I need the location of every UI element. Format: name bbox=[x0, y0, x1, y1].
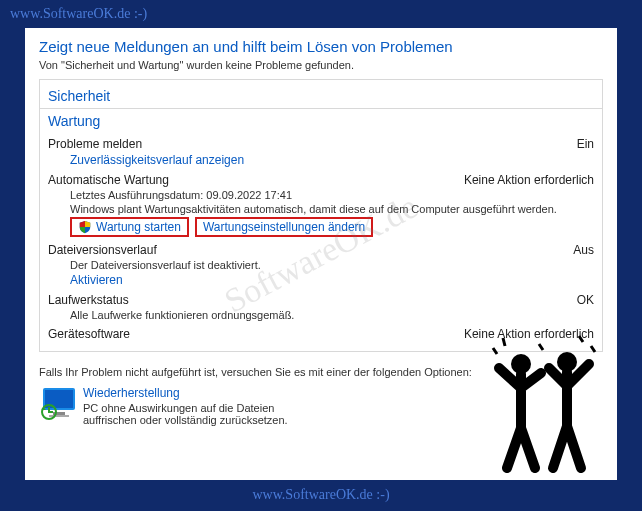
auto-maint-label: Automatische Wartung bbox=[48, 173, 169, 187]
device-software-status: Keine Aktion erforderlich bbox=[464, 327, 594, 341]
problems-row: Probleme melden Ein bbox=[48, 137, 594, 151]
maintenance-settings-button[interactable]: Wartungseinstellungen ändern bbox=[195, 217, 373, 237]
auto-maint-desc: Windows plant Wartungsaktivitäten automa… bbox=[70, 203, 594, 215]
security-section-header[interactable]: Sicherheit bbox=[48, 86, 594, 106]
file-history-activate-link[interactable]: Aktivieren bbox=[70, 273, 123, 287]
auto-maint-status: Keine Aktion erforderlich bbox=[464, 173, 594, 187]
page-title: Zeigt neue Meldungen an und hilft beim L… bbox=[39, 38, 603, 55]
drive-status-desc: Alle Laufwerke funktionieren ordnungsgem… bbox=[70, 309, 594, 321]
recovery-row: Wiederherstellung PC ohne Auswirkungen a… bbox=[39, 386, 603, 429]
file-history-status: Aus bbox=[573, 243, 594, 257]
device-software-label: Gerätesoftware bbox=[48, 327, 130, 341]
file-history-row: Dateiversionsverlauf Aus bbox=[48, 243, 594, 257]
footer-text: Falls Ihr Problem nicht aufgeführt ist, … bbox=[39, 366, 603, 378]
maintenance-section-header[interactable]: Wartung bbox=[48, 111, 594, 131]
uac-shield-icon bbox=[78, 220, 92, 234]
drive-status-label: Laufwerkstatus bbox=[48, 293, 129, 307]
file-history-label: Dateiversionsverlauf bbox=[48, 243, 157, 257]
recovery-monitor-icon bbox=[39, 386, 83, 429]
recovery-text: Wiederherstellung PC ohne Auswirkungen a… bbox=[83, 386, 303, 429]
watermark-top: www.SoftwareOK.de :-) bbox=[0, 0, 642, 28]
start-maintenance-button[interactable]: Wartung starten bbox=[70, 217, 189, 237]
file-history-desc: Der Dateiversionsverlauf ist deaktiviert… bbox=[70, 259, 594, 271]
problems-status: Ein bbox=[577, 137, 594, 151]
reliability-history-link[interactable]: Zuverlässigkeitsverlauf anzeigen bbox=[70, 153, 244, 167]
security-maintenance-panel: SoftwareOK.de Zeigt neue Meldungen an un… bbox=[25, 28, 617, 480]
sections-box: Sicherheit Wartung Probleme melden Ein Z… bbox=[39, 79, 603, 352]
page-subtitle: Von "Sicherheit und Wartung" wurden kein… bbox=[39, 59, 603, 71]
auto-maint-last-run: Letztes Ausführungsdatum: 09.09.2022 17:… bbox=[70, 189, 594, 201]
drive-status-row: Laufwerkstatus OK bbox=[48, 293, 594, 307]
recovery-desc: PC ohne Auswirkungen auf die Dateien auf… bbox=[83, 402, 303, 426]
problems-label: Probleme melden bbox=[48, 137, 142, 151]
highlighted-links-group: Wartung starten Wartungseinstellungen än… bbox=[70, 217, 594, 237]
recovery-link[interactable]: Wiederherstellung bbox=[83, 386, 180, 400]
section-divider bbox=[40, 108, 602, 109]
auto-maint-row: Automatische Wartung Keine Aktion erford… bbox=[48, 173, 594, 187]
device-software-row: Gerätesoftware Keine Aktion erforderlich bbox=[48, 327, 594, 341]
maintenance-settings-label: Wartungseinstellungen ändern bbox=[203, 220, 365, 234]
svg-rect-3 bbox=[49, 415, 69, 417]
drive-status-value: OK bbox=[577, 293, 594, 307]
start-maintenance-label: Wartung starten bbox=[96, 220, 181, 234]
watermark-bottom: www.SoftwareOK.de :-) bbox=[0, 487, 642, 503]
